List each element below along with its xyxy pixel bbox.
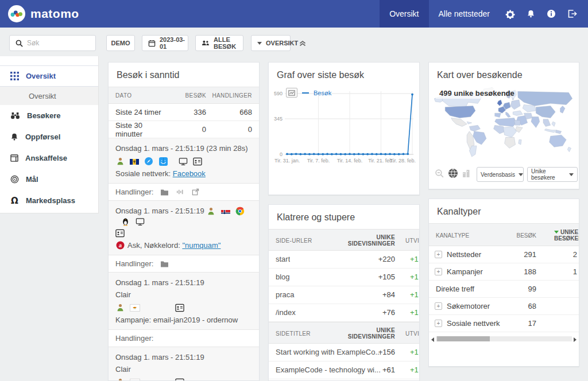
scroll-left-arrow[interactable]	[431, 337, 434, 342]
panel-title: Klatrere og stupere	[269, 205, 419, 229]
map-metric-select[interactable]: Unike besøkere	[527, 167, 578, 182]
globe-icon[interactable]	[448, 168, 458, 181]
visitor-profile-card-icon[interactable]	[175, 303, 184, 312]
site-selector-button[interactable]: DEMO	[106, 35, 135, 51]
visit-actions-row: Handlinger:	[109, 330, 259, 347]
collapse-chevrons-icon[interactable]	[299, 38, 306, 49]
visitor-person-icon[interactable]	[115, 378, 125, 381]
channel-row: + Søkemotorer 68	[429, 298, 579, 315]
sidebar-label: Anskaffelse	[25, 154, 67, 162]
expand-plus-icon[interactable]: +	[435, 268, 442, 275]
flag-cyprus-icon	[130, 304, 140, 312]
channel-row: + Kampanjer 188 1	[429, 263, 579, 281]
nav-tab-oversikt[interactable]: Oversikt	[380, 0, 428, 28]
calendar-icon	[148, 40, 156, 47]
visitor-person-icon[interactable]	[115, 157, 125, 166]
sidebar-label: Markedsplass	[26, 196, 75, 205]
map-controls: Verdensbasis Unike besøkere	[435, 167, 578, 182]
date-picker-button[interactable]: 2023-03-01	[142, 35, 188, 51]
chevron-down-icon	[519, 173, 523, 176]
visit-entry: Onsdag 1. mars - 21:51:19 Clair Kampanje…	[109, 273, 259, 330]
map-region-select[interactable]: Verdensbasis	[477, 167, 524, 182]
table-row[interactable]: start +220 +1	[269, 251, 419, 269]
channel-row: Direkte treff 99	[429, 281, 579, 298]
expand-plus-icon[interactable]: +	[435, 251, 442, 258]
panel-title: Graf over siste besøk	[269, 63, 419, 87]
visit-icons	[115, 375, 252, 381]
navbar-right: Oversikt Alle nettsteder	[380, 0, 588, 28]
svg-text:Tir. 14. feb.: Tir. 14. feb.	[337, 158, 363, 164]
sidebar-label: Oversikt	[26, 72, 56, 80]
zoom-out-icon[interactable]	[435, 169, 444, 181]
visit-referrer: a Ask, Nøkkelord: "numquam"	[115, 239, 252, 251]
expand-plus-icon[interactable]: +	[435, 320, 442, 327]
segment-selector-button[interactable]: ALLE BESØK	[195, 35, 243, 51]
sidebar-item-besokere[interactable]: Besøkere	[0, 105, 98, 126]
svg-text:345: 345	[274, 116, 283, 122]
info-icon[interactable]	[541, 0, 562, 28]
col-handlinger: HANDLINGER	[206, 92, 252, 99]
os-linux-icon	[121, 217, 130, 226]
os-macos-icon	[158, 157, 168, 166]
view-selector-button[interactable]: OVERSIKT	[251, 35, 291, 51]
matomo-logo-icon	[8, 5, 25, 22]
pageview-folder-icon[interactable]	[160, 188, 169, 197]
referrer-link[interactable]: Facebook	[173, 168, 206, 180]
flag-norway-icon	[221, 208, 230, 214]
search-input[interactable]	[27, 39, 90, 47]
sign-out-icon[interactable]	[562, 0, 582, 28]
visit-referrer: Sosiale nettverk: Facebook	[115, 168, 252, 180]
table-row[interactable]: /index +76 +1	[269, 304, 419, 322]
table-row[interactable]: blog +105 +1	[269, 269, 419, 286]
panel-title: Kart over besøkende	[429, 63, 579, 87]
visitor-person-icon[interactable]	[115, 303, 125, 312]
table-row[interactable]: ExampleCode - technology wi... +61 +1	[269, 361, 419, 379]
dashboard-grid-icon	[10, 72, 19, 80]
svg-text:590: 590	[274, 91, 283, 96]
device-desktop-icon	[136, 217, 145, 226]
cities-icon[interactable]	[462, 169, 471, 180]
nav-tab-alle-nettsteder[interactable]: Alle nettsteder	[429, 0, 500, 28]
sort-column-header[interactable]: UNIKEBESØKENDE	[554, 229, 579, 242]
sidebar-item-markedsplass[interactable]: Ω Markedsplass	[0, 190, 98, 211]
settings-gear-icon[interactable]	[500, 0, 520, 28]
referrer-ask-icon: a	[115, 241, 125, 250]
sidebar-item-mal[interactable]: Mål	[0, 169, 98, 190]
sidebar-item-oversikt[interactable]: Oversikt	[0, 65, 98, 87]
pageview-folder-icon[interactable]	[160, 259, 169, 269]
visitor-person-icon[interactable]	[207, 207, 216, 216]
scrollbar-thumb[interactable]	[437, 336, 490, 341]
matomo-dashboard: matomo Oversikt Alle nettsteder	[0, 0, 588, 381]
visit-icons	[115, 154, 252, 168]
sidebar-subitem-oversikt[interactable]: Oversikt	[0, 87, 98, 105]
visit-entry: Onsdag 1. mars - 21:51:19 (23 min 28s)	[109, 138, 259, 184]
map-tooltip: 499 unike besøkende	[436, 88, 518, 99]
sidebar-item-anskaffelse[interactable]: Anskaffelse	[0, 147, 98, 169]
outlink-icon[interactable]	[191, 188, 200, 197]
legend-line-swatch	[302, 92, 309, 94]
table-row[interactable]: Start working with ExampleCo... +156 +1	[269, 344, 419, 361]
table-row[interactable]: praca +84 +1	[269, 286, 419, 304]
channels-table-header: KANALTYPE BESØK UNIKEBESØKENDE	[429, 223, 579, 246]
chart-legend[interactable]: Besøk	[286, 88, 331, 98]
visitor-profile-card-icon[interactable]	[175, 378, 184, 381]
col-besok: BESØK	[171, 92, 206, 99]
visit-entry: Onsdag 1. mars - 21:51:19	[109, 201, 259, 255]
media-audio-icon[interactable]	[176, 188, 185, 197]
expand-plus-icon[interactable]: +	[435, 302, 442, 310]
matomo-logo[interactable]: matomo	[0, 5, 79, 22]
visitor-name: Clair	[115, 363, 252, 375]
sidebar-item-oppforsel[interactable]: Oppførsel	[0, 126, 98, 147]
bell-icon	[10, 133, 18, 141]
keyword-link[interactable]: "numquam"	[182, 239, 220, 251]
notifications-bell-icon[interactable]	[520, 0, 541, 28]
scroll-right-arrow[interactable]	[574, 337, 577, 342]
visitor-profile-card-icon[interactable]	[115, 228, 125, 238]
export-image-icon[interactable]	[286, 88, 297, 98]
svg-text:0: 0	[280, 151, 283, 157]
page-urls-header: SIDE-URLER UNIKE SIDEVISNINGER UTVIKLING	[269, 229, 419, 251]
top-navbar: matomo Oversikt Alle nettsteder	[0, 0, 588, 28]
visitor-profile-card-icon[interactable]	[193, 157, 202, 166]
caret-down-icon	[257, 42, 262, 45]
climbers-panel: Klatrere og stupere SIDE-URLER UNIKE SID…	[268, 204, 420, 381]
